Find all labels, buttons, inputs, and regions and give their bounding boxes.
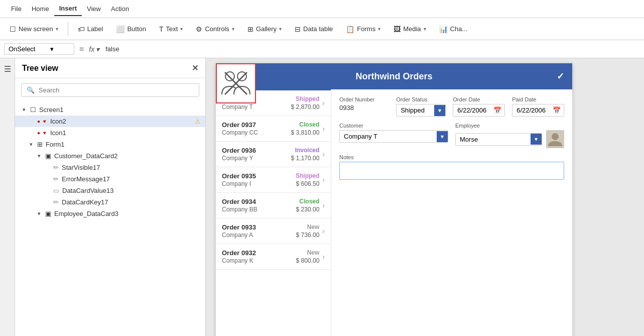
sidebar-toggle[interactable]: ☰ <box>0 58 15 336</box>
search-input[interactable] <box>39 86 194 94</box>
paid-date-input[interactable]: 6/22/2006 📅 <box>512 104 564 117</box>
order-date-calendar-icon[interactable]: 📅 <box>490 104 504 116</box>
tree-search-container: 🔍 <box>21 83 199 97</box>
tree-item-employee-datacard3[interactable]: ▾ ▣ Employee_DataCard3 <box>15 208 205 219</box>
order-chevron-0936: › <box>322 150 325 158</box>
selector-chevron-icon: ▾ <box>50 45 54 53</box>
employee-select[interactable]: Morse ▾ <box>455 133 542 146</box>
order-right-0938: Shipped $ 2,870.00 <box>291 95 320 110</box>
tree-panel: Tree view ✕ 🔍 ▾ ☐ Screen1 ● ♥ Icon2 ⚠ <box>15 58 206 336</box>
order-item-0937[interactable]: Order 0937 Company CC Closed $ 3,810.00 … <box>216 116 331 142</box>
app-body: Order 0938 Company T Shipped $ 2,870.00 … <box>216 89 572 336</box>
toolbar: ☐ New screen ▾ 🏷 Label ⬜ Button T Text ▾… <box>0 18 644 40</box>
expand-employee-dc-icon: ▾ <box>35 210 43 217</box>
order-status-0938: Shipped <box>291 95 320 102</box>
toolbar-separator-1 <box>68 22 68 36</box>
app-title: Northwind Orders <box>355 71 432 82</box>
hamburger-icon[interactable]: ☰ <box>4 64 11 74</box>
order-status-group: Order Status Shipped ▾ <box>396 96 446 117</box>
tree-item-starvisible17[interactable]: ✏ StarVisible17 <box>15 162 205 173</box>
main-layout: ☰ Tree view ✕ 🔍 ▾ ☐ Screen1 ● ♥ Icon2 <box>0 58 644 336</box>
svg-point-4 <box>552 133 559 140</box>
svg-point-0 <box>225 72 234 81</box>
notes-group: Notes <box>339 154 564 180</box>
label-button[interactable]: 🏷 Label <box>72 22 109 36</box>
icon2-heart-icon: ♥ <box>43 119 46 124</box>
new-screen-button[interactable]: ☐ New screen ▾ <box>4 22 64 36</box>
customer-dc-label: Customer_DataCard2 <box>54 152 200 160</box>
tree-item-screen1[interactable]: ▾ ☐ Screen1 <box>15 104 205 116</box>
paid-date-calendar-icon[interactable]: 📅 <box>550 104 564 116</box>
order-right-0934: Closed $ 230.00 <box>296 198 320 213</box>
menu-file[interactable]: File <box>6 2 27 16</box>
gallery-button[interactable]: ⊞ Gallery ▾ <box>242 22 287 36</box>
order-number-0937: Order 0937 <box>222 121 291 129</box>
order-right-0935: Shipped $ 606.50 <box>296 172 319 187</box>
order-company-0938: Company T <box>222 103 291 110</box>
order-amount-0932: $ 800.00 <box>296 257 320 264</box>
order-item-0934[interactable]: Order 0934 Company BB Closed $ 230.00 › <box>216 193 331 218</box>
order-right-0936: Invoiced $ 1,170.00 <box>291 147 320 162</box>
order-date-input[interactable]: 6/22/2006 📅 <box>453 104 505 117</box>
data-table-button[interactable]: ⊟ Data table <box>289 22 338 36</box>
property-selector[interactable]: OnSelect ▾ <box>4 43 74 55</box>
fx-button[interactable]: fx ▾ <box>89 45 99 53</box>
text-button[interactable]: T Text ▾ <box>154 22 188 36</box>
paid-date-group: Paid Date 6/22/2006 📅 <box>512 96 564 117</box>
screen-icon: ☐ <box>30 106 36 114</box>
tree-item-form1[interactable]: ▾ ⊞ Form1 <box>15 139 205 150</box>
selected-icon-overlay[interactable] <box>216 63 256 103</box>
order-form: Order Number 0938 Order Status Shipped ▾… <box>331 89 572 336</box>
employee-dropdown-btn[interactable]: ▾ <box>531 134 542 145</box>
tree-item-icon1[interactable]: ● ♥ Icon1 <box>15 127 205 139</box>
order-status-select[interactable]: Shipped ▾ <box>396 104 446 117</box>
media-button[interactable]: 🖼 Media ▾ <box>388 22 431 36</box>
menu-home[interactable]: Home <box>27 2 54 16</box>
menu-view[interactable]: View <box>82 2 106 16</box>
formula-bar: OnSelect ▾ = fx ▾ false <box>0 40 644 58</box>
search-icon: 🔍 <box>27 86 35 94</box>
forms-button[interactable]: 📋 Forms ▾ <box>340 22 386 36</box>
order-item-0935[interactable]: Order 0935 Company I Shipped $ 606.50 › <box>216 167 331 193</box>
order-item-0932[interactable]: Order 0932 Company K New $ 800.00 › <box>216 244 331 270</box>
notes-input[interactable] <box>339 162 564 180</box>
tree-item-datacardvalue13[interactable]: ▭ DataCardValue13 <box>15 185 205 196</box>
order-amount-0938: $ 2,870.00 <box>291 103 320 110</box>
tree-item-icon2[interactable]: ● ♥ Icon2 ⚠ <box>15 116 205 127</box>
order-number-value: 0938 <box>339 104 389 111</box>
menu-bar: File Home Insert View Action <box>0 0 644 18</box>
order-amount-0935: $ 606.50 <box>296 180 319 187</box>
tree-content: ▾ ☐ Screen1 ● ♥ Icon2 ⚠ ● ♥ Icon1 ▾ <box>15 102 205 336</box>
controls-chevron-icon: ▾ <box>232 26 234 32</box>
icon2-red-dot: ● <box>37 119 40 124</box>
controls-button[interactable]: ⚙ Controls ▾ <box>190 22 239 36</box>
tree-item-errormessage17[interactable]: ✏ ErrorMessage17 <box>15 173 205 185</box>
customer-select[interactable]: Company T ▾ <box>339 130 448 143</box>
chart-button[interactable]: 📊 Cha... <box>434 22 473 36</box>
tree-item-customer-datacard2[interactable]: ▾ ▣ Customer_DataCard2 <box>15 150 205 162</box>
order-status-dropdown-btn[interactable]: ▾ <box>434 105 445 116</box>
order-company-0934: Company BB <box>222 206 296 213</box>
order-number-0935: Order 0935 <box>222 172 296 180</box>
order-right-0932: New $ 800.00 <box>296 249 320 264</box>
order-info-0932: Order 0932 Company K <box>222 249 296 264</box>
menu-action[interactable]: Action <box>106 2 134 16</box>
customer-dropdown-btn[interactable]: ▾ <box>437 131 448 142</box>
tree-close-button[interactable]: ✕ <box>192 63 198 73</box>
order-item-0936[interactable]: Order 0936 Company Y Invoiced $ 1,170.00… <box>216 142 331 167</box>
order-status-0932: New <box>296 249 320 256</box>
order-item-0933[interactable]: Order 0933 Company A New $ 736.00 › <box>216 218 331 244</box>
warning-icon: ⚠ <box>195 118 200 125</box>
order-number-0932: Order 0932 <box>222 249 296 257</box>
menu-insert[interactable]: Insert <box>54 2 82 16</box>
new-screen-chevron-icon: ▾ <box>56 26 58 32</box>
order-company-0936: Company Y <box>222 155 291 162</box>
employee-dc-icon: ▣ <box>45 210 51 217</box>
expand-form1-icon: ▾ <box>27 141 35 148</box>
button-button[interactable]: ⬜ Button <box>110 22 152 36</box>
order-right-0933: New $ 736.00 <box>296 223 320 239</box>
chart-icon: 📊 <box>439 25 448 33</box>
app-preview: Northwind Orders ✓ Order 0938 Company T … <box>216 63 572 336</box>
form1-icon: ⊞ <box>37 141 43 148</box>
tree-item-datacardkey17[interactable]: ✏ DataCardKey17 <box>15 196 205 208</box>
